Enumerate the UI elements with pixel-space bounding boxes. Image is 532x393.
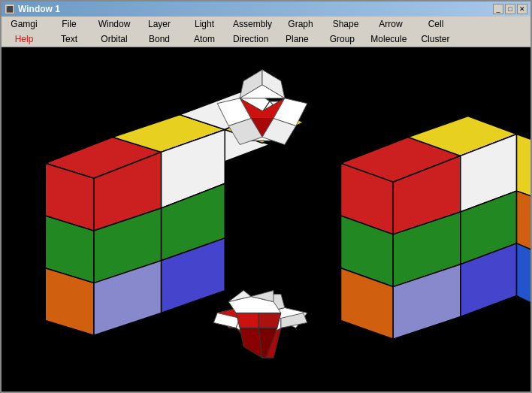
menu-window[interactable]: Window — [92, 17, 137, 32]
menu-arrow[interactable]: Arrow — [368, 17, 413, 32]
minimize-button[interactable]: _ — [493, 4, 503, 14]
menu-graph[interactable]: Graph — [278, 17, 323, 32]
svg-marker-61 — [236, 313, 258, 328]
menu-gamgi[interactable]: Gamgi — [2, 17, 47, 32]
svg-marker-62 — [258, 313, 281, 328]
menu-row-1: Gamgi File Window Layer Light Assembly G… — [2, 17, 530, 32]
menu-bond[interactable]: Bond — [137, 32, 182, 47]
menu-assembly[interactable]: Assembly — [227, 17, 278, 32]
maximize-button[interactable]: □ — [505, 4, 515, 14]
menu-cell[interactable]: Cell — [413, 17, 458, 32]
svg-marker-31 — [517, 243, 530, 321]
menu-text[interactable]: Text — [47, 32, 92, 47]
menu-row-2: Help Text Orbital Bond Atom Direction Pl… — [2, 32, 530, 47]
menu-direction[interactable]: Direction — [227, 32, 274, 47]
window: ⬛ Window 1 _ □ ✕ Gamgi File Window Layer… — [0, 0, 532, 393]
title-bar-text: Window 1 — [18, 4, 493, 14]
menu-orbital[interactable]: Orbital — [92, 32, 137, 47]
menu-layer[interactable]: Layer — [137, 17, 182, 32]
menu-molecule[interactable]: Molecule — [364, 32, 413, 47]
menu-cluster[interactable]: Cluster — [413, 32, 458, 47]
title-bar: ⬛ Window 1 _ □ ✕ — [2, 2, 530, 17]
menu-help[interactable]: Help — [2, 32, 47, 47]
title-bar-buttons: _ □ ✕ — [493, 4, 527, 14]
menubar: Gamgi File Window Layer Light Assembly G… — [2, 17, 530, 47]
menu-atom[interactable]: Atom — [182, 32, 227, 47]
close-button[interactable]: ✕ — [517, 4, 527, 14]
canvas-area — [2, 47, 530, 391]
menu-group[interactable]: Group — [319, 32, 364, 47]
menu-plane[interactable]: Plane — [274, 32, 319, 47]
scene-svg — [2, 47, 530, 391]
menu-light[interactable]: Light — [182, 17, 227, 32]
window-icon: ⬛ — [5, 4, 15, 14]
menu-shape[interactable]: Shape — [323, 17, 368, 32]
menu-file[interactable]: File — [47, 17, 92, 32]
